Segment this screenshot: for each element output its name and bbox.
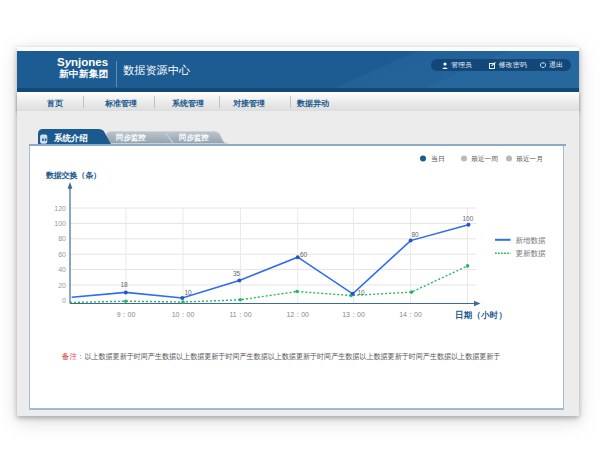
svg-text:35: 35 bbox=[233, 270, 241, 277]
svg-text:同步监控: 同步监控 bbox=[116, 133, 146, 142]
svg-text:最近一周: 最近一周 bbox=[471, 155, 498, 162]
svg-text:数据交换（条）: 数据交换（条） bbox=[45, 170, 101, 179]
svg-text:新增数据: 新增数据 bbox=[516, 235, 547, 244]
svg-text:100: 100 bbox=[463, 214, 474, 221]
svg-text:同步监控: 同步监控 bbox=[179, 133, 209, 142]
svg-text:80: 80 bbox=[58, 235, 66, 242]
svg-text:20: 20 bbox=[58, 281, 66, 288]
svg-text:40: 40 bbox=[58, 266, 66, 273]
svg-text:10: 10 bbox=[358, 288, 366, 295]
svg-text:60: 60 bbox=[300, 250, 308, 257]
svg-text:12：00: 12：00 bbox=[286, 311, 309, 318]
svg-text:120: 120 bbox=[54, 204, 66, 211]
svg-text:18: 18 bbox=[121, 281, 129, 288]
svg-text:更新数据: 更新数据 bbox=[516, 249, 547, 258]
svg-text:10：00: 10：00 bbox=[172, 311, 195, 318]
svg-text:系统介绍: 系统介绍 bbox=[53, 133, 88, 143]
svg-text:当日: 当日 bbox=[431, 155, 445, 163]
svg-text:100: 100 bbox=[54, 219, 66, 226]
svg-text:10: 10 bbox=[185, 289, 193, 296]
svg-text:13：00: 13：00 bbox=[342, 311, 365, 318]
svg-text:60: 60 bbox=[58, 250, 66, 257]
svg-text:80: 80 bbox=[412, 231, 420, 238]
svg-text:备注：: 备注： bbox=[62, 351, 84, 360]
svg-text:14：00: 14：00 bbox=[399, 311, 422, 318]
svg-text:最近一月: 最近一月 bbox=[516, 155, 543, 163]
svg-text:0: 0 bbox=[62, 296, 66, 303]
svg-text:9：00: 9：00 bbox=[117, 311, 136, 318]
svg-text:11：00: 11：00 bbox=[229, 311, 251, 318]
svg-text:日期（小时）: 日期（小时） bbox=[455, 309, 507, 319]
svg-text:以上数据更新于时间产生数据以上数据更新于时间产生数据以上数据: 以上数据更新于时间产生数据以上数据更新于时间产生数据以上数据更新于时间产生数据以… bbox=[84, 351, 500, 360]
